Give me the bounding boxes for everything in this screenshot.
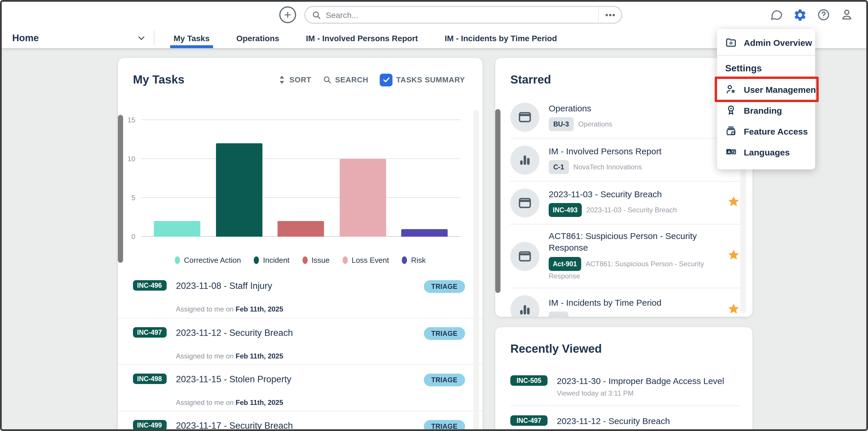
menu-item-user-management[interactable]: User Management (717, 79, 815, 100)
starred-item-meta (549, 311, 718, 317)
starred-item[interactable]: IM - Involved Persons Report C-1NovaTech… (510, 139, 741, 181)
starred-item-title: ACT861: Suspicious Person - Security Res… (549, 230, 718, 254)
translate-icon: A (725, 146, 737, 158)
task-title: 2023-11-12 - Security Breach (176, 328, 414, 338)
recently-viewed-title: Recently Viewed (510, 342, 741, 356)
search-tasks-button[interactable]: SEARCH (323, 75, 368, 84)
tasks-summary-checkbox[interactable] (380, 73, 393, 86)
bars-group (141, 120, 460, 237)
bar-loss-event (339, 159, 386, 237)
sort-button[interactable]: SORT (278, 75, 311, 84)
sort-label: SORT (289, 75, 311, 84)
tab-my-tasks[interactable]: My Tasks (160, 28, 223, 48)
starred-item[interactable]: IM - Incidents by Time Period (510, 288, 741, 317)
legend-label: Risk (411, 256, 426, 265)
search-icon (312, 10, 321, 20)
starred-item-meta: C-1NovaTech Innovations (549, 160, 718, 174)
ref-badge: C-1 (549, 160, 569, 174)
tab-strip: My Tasks Operations IM - Involved Person… (160, 28, 570, 48)
ref-badge (549, 311, 568, 317)
menu-item-languages[interactable]: A Languages (717, 141, 815, 162)
menu-item-feature-access[interactable]: Feature Access (717, 121, 815, 141)
starred-item-title: 2023-11-03 - Security Breach (549, 188, 718, 200)
y-tick-label: 10 (127, 155, 135, 163)
recently-viewed-panel: Recently Viewed INC-505 2023-11-30 - Imp… (495, 327, 752, 431)
search-icon (323, 75, 332, 84)
starred-item-meta: Act-901ACT861: Suspicious Person - Secur… (549, 257, 718, 282)
tab-im-involved-persons-report[interactable]: IM - Involved Persons Report (292, 28, 431, 48)
legend-item: Risk (402, 256, 426, 265)
task-assigned: Assigned to me on Feb 11th, 2025 (176, 398, 414, 406)
task-row[interactable]: INC-498 2023-11-15 - Stolen Property TRI… (118, 364, 483, 411)
tasks-bar-chart: 051015 (141, 120, 460, 237)
recently-viewed-item-time: Viewed today at 3:11 PM (557, 389, 741, 397)
nav-divider (154, 30, 154, 46)
status-badge: TRIAGE (424, 373, 465, 386)
legend-label: Issue (311, 256, 330, 265)
search-more-button[interactable] (598, 7, 621, 23)
bar-corrective-action (154, 221, 200, 237)
bar-chart-icon (510, 145, 539, 174)
my-tasks-panel: My Tasks SORT SEARCH (118, 58, 483, 431)
task-id-badge: INC-499 (133, 420, 167, 430)
my-tasks-scrollbar-track[interactable] (473, 110, 479, 431)
legend-item: Issue (302, 256, 330, 265)
home-dropdown-label: Home (12, 32, 132, 43)
check-icon (382, 75, 391, 84)
svg-text:A: A (727, 150, 731, 154)
recently-viewed-item[interactable]: INC-505 2023-11-30 - Improper Badge Acce… (510, 366, 741, 406)
ref-badge: INC-493 (549, 203, 582, 217)
starred-item-title: IM - Involved Persons Report (549, 145, 718, 157)
box-plus-icon (725, 125, 737, 137)
tab-operations[interactable]: Operations (223, 28, 292, 48)
starred-scrollbar-thumb[interactable] (495, 109, 500, 293)
help-icon[interactable] (817, 8, 830, 22)
quick-add-button[interactable] (279, 6, 296, 23)
recently-viewed-item-title: 2023-11-30 - Improper Badge Access Level (557, 376, 741, 386)
bar-chart-icon (510, 295, 539, 317)
user-icon[interactable] (840, 8, 854, 22)
star-icon[interactable] (727, 248, 741, 264)
legend-item: Incident (254, 256, 289, 265)
my-tasks-scrollbar-thumb[interactable] (118, 115, 123, 263)
search-input[interactable] (321, 10, 598, 20)
task-row[interactable]: INC-497 2023-11-12 - Security Breach TRI… (118, 318, 483, 364)
settings-gear-icon[interactable] (793, 8, 807, 22)
bar-issue (278, 221, 324, 237)
home-dropdown[interactable]: Home (2, 28, 154, 48)
legend-marker (342, 256, 347, 264)
task-row[interactable]: INC-499 2023-11-17 - Security Breach TRI… (118, 411, 483, 431)
task-list: INC-496 2023-11-08 - Staff Injury TRIAGE… (118, 271, 483, 431)
app-window: Home My Tasks Operations IM - Involved P… (0, 0, 868, 431)
menu-item-label: Branding (744, 105, 782, 115)
task-assigned: Assigned to me on Feb 11th, 2025 (176, 305, 414, 313)
starred-item[interactable]: Operations BU-3Operations (510, 96, 741, 139)
task-row[interactable]: INC-496 2023-11-08 - Staff Injury TRIAGE… (118, 271, 483, 318)
menu-item-admin-overview[interactable]: Admin Overview (717, 32, 815, 53)
top-bar (2, 2, 866, 28)
legend-marker (254, 256, 259, 264)
tab-im-incidents-by-time-period[interactable]: IM - Incidents by Time Period (431, 28, 570, 48)
ref-badge: BU-3 (549, 117, 574, 131)
tasks-summary-toggle[interactable]: TASKS SUMMARY (380, 73, 465, 86)
task-id-badge: INC-497 (133, 327, 167, 338)
legend-item: Loss Event (342, 256, 389, 265)
recently-viewed-item[interactable]: INC-497 2023-11-12 - Security Breach Vie… (510, 406, 741, 431)
recently-viewed-item-time: Viewed today at 3:11 PM (557, 429, 741, 431)
chat-icon[interactable] (770, 8, 783, 22)
starred-item[interactable]: 2023-11-03 - Security Breach INC-4932023… (510, 181, 741, 225)
y-tick-label: 15 (127, 116, 135, 124)
global-search (304, 6, 622, 24)
legend-marker (402, 256, 407, 264)
legend-marker (175, 256, 180, 264)
task-title: 2023-11-15 - Stolen Property (176, 374, 414, 385)
legend-label: Loss Event (351, 256, 389, 265)
menu-item-branding[interactable]: Branding (717, 100, 815, 121)
menu-item-label: Admin Overview (744, 37, 812, 47)
star-icon[interactable] (727, 195, 741, 210)
star-icon[interactable] (727, 302, 741, 317)
status-badge: TRIAGE (424, 327, 465, 340)
starred-item[interactable]: ACT861: Suspicious Person - Security Res… (510, 225, 741, 288)
window-icon (510, 188, 539, 217)
award-icon (725, 104, 737, 116)
